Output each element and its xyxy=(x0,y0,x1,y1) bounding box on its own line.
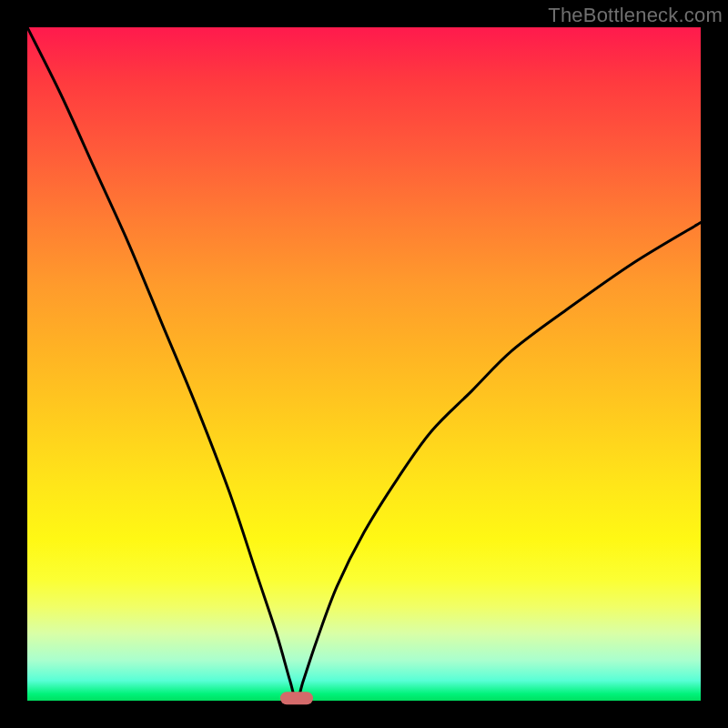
bottleneck-curve xyxy=(27,27,701,701)
optimal-point-marker xyxy=(280,692,313,704)
chart-plot-area xyxy=(27,27,701,701)
curve-layer xyxy=(27,27,701,701)
chart-frame: TheBottleneck.com xyxy=(0,0,728,728)
watermark-text: TheBottleneck.com xyxy=(548,4,723,27)
